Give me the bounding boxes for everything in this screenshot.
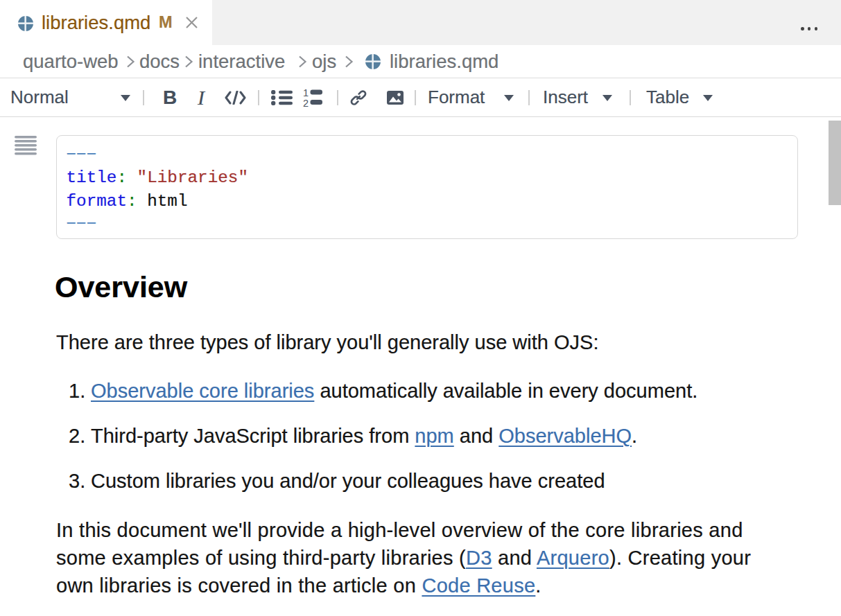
svg-text:2: 2 xyxy=(303,98,309,107)
